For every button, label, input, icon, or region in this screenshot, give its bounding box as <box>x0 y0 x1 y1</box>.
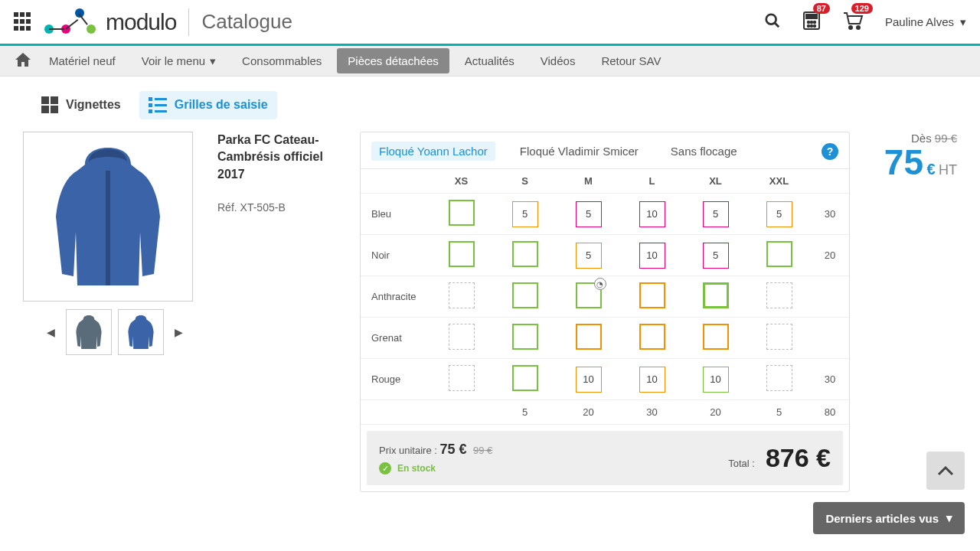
apps-grid-icon[interactable] <box>14 12 34 32</box>
qty-cell[interactable] <box>449 282 475 308</box>
size-header: M <box>557 169 620 194</box>
size-header: L <box>620 169 684 194</box>
qty-cell[interactable] <box>449 200 475 226</box>
svg-point-7 <box>808 24 809 26</box>
qty-cell[interactable] <box>512 282 538 308</box>
recent-items-toggle[interactable]: Derniers articles vus ▾ <box>813 502 965 534</box>
qty-cell[interactable]: 5 <box>703 201 729 227</box>
stock-label: En stock <box>397 463 436 474</box>
product-title: Parka FC Cateau-Cambrésis officiel 2017 <box>217 132 345 183</box>
product-ref: Réf. XT-505-B <box>217 201 345 214</box>
qty-cell[interactable]: 10 <box>576 367 602 393</box>
svg-point-8 <box>811 24 812 26</box>
price-block: Dès 99 € 75 € HT <box>850 132 957 492</box>
qty-cell[interactable] <box>512 241 538 267</box>
svg-point-6 <box>814 21 815 22</box>
qty-cell[interactable] <box>449 241 475 267</box>
svg-rect-3 <box>806 15 817 18</box>
row-label: Grenat <box>361 318 430 359</box>
col-total: 5 <box>747 400 811 425</box>
product-image-main[interactable] <box>23 132 193 302</box>
table-row: Grenat <box>361 318 849 359</box>
nav-voir le menu[interactable]: Voir le menu▾ <box>131 48 227 74</box>
tab-2[interactable]: Sans flocage <box>663 142 745 161</box>
calculator-badge: 87 <box>813 3 830 14</box>
cart-icon[interactable]: 129 <box>842 11 864 34</box>
nav-actualités[interactable]: Actualités <box>454 48 525 73</box>
qty-cell[interactable]: 5 <box>512 201 538 227</box>
qty-cell[interactable] <box>639 324 665 350</box>
thumbnail-2[interactable] <box>118 309 164 355</box>
view-grid-label: Grilles de saisie <box>175 98 268 112</box>
brand-logo[interactable]: modulo <box>44 8 176 36</box>
calculator-icon[interactable]: 87 <box>802 11 821 34</box>
price-currency: € <box>926 161 935 178</box>
recent-items-label: Derniers articles vus <box>825 512 939 525</box>
qty-cell[interactable] <box>449 324 475 350</box>
qty-cell[interactable] <box>766 282 792 308</box>
qty-cell[interactable] <box>576 324 602 350</box>
qty-cell[interactable] <box>703 282 729 308</box>
table-row: Noir510520 <box>361 235 849 276</box>
cart-badge: 129 <box>851 3 873 14</box>
row-total <box>811 276 849 318</box>
col-total: 5 <box>493 400 557 425</box>
qty-cell[interactable]: 5 <box>766 201 792 227</box>
nav-retour sav[interactable]: Retour SAV <box>590 48 671 73</box>
nav-pièces détachées[interactable]: Pièces détachées <box>337 48 449 73</box>
view-grid[interactable]: Grilles de saisie <box>139 91 277 119</box>
svg-point-0 <box>766 14 776 24</box>
tab-0[interactable]: Floqué Yoann Lachor <box>371 142 495 161</box>
row-total: 30 <box>811 359 849 400</box>
svg-point-5 <box>811 21 812 22</box>
svg-point-10 <box>849 26 852 29</box>
qty-cell[interactable] <box>449 365 475 391</box>
table-row: Bleu55105530 <box>361 194 849 235</box>
search-icon[interactable] <box>764 12 781 32</box>
col-total: 20 <box>684 400 747 425</box>
qty-cell[interactable] <box>639 282 665 308</box>
tab-1[interactable]: Floqué Vladimir Smicer <box>512 142 646 161</box>
nav-consommables[interactable]: Consommables <box>231 48 332 73</box>
svg-point-4 <box>808 21 809 22</box>
qty-cell[interactable] <box>512 365 538 391</box>
thumb-prev[interactable]: ◀ <box>42 321 60 343</box>
grid-total-label: Total : <box>728 458 755 469</box>
user-menu[interactable]: Pauline Alves ▾ <box>885 15 966 29</box>
qty-cell[interactable]: 5 <box>576 243 602 269</box>
nav-vidéos[interactable]: Vidéos <box>530 48 586 73</box>
nav-matériel neuf[interactable]: Matériel neuf <box>38 48 126 73</box>
row-label: Bleu <box>361 194 430 235</box>
qty-cell[interactable] <box>703 324 729 350</box>
qty-cell[interactable]: ◔ <box>576 282 602 308</box>
qty-cell[interactable]: 10 <box>703 367 729 393</box>
svg-point-9 <box>814 24 815 26</box>
thumbnail-1[interactable] <box>66 309 112 355</box>
stock-status: ✓ En stock <box>379 462 492 474</box>
price-value: 75 <box>884 142 923 182</box>
size-header: XL <box>684 169 747 194</box>
row-label: Noir <box>361 235 430 276</box>
qty-cell[interactable]: 5 <box>576 201 602 227</box>
qty-cell[interactable] <box>766 241 792 267</box>
sizing-table: XSSMLXLXXL Bleu55105530Noir510520Anthrac… <box>361 169 849 425</box>
qty-cell[interactable] <box>766 324 792 350</box>
row-total <box>811 318 849 359</box>
home-icon[interactable] <box>15 53 31 70</box>
list-icon <box>149 97 167 113</box>
qty-cell[interactable]: 10 <box>639 243 665 269</box>
row-label: Rouge <box>361 359 430 400</box>
view-thumbnails[interactable]: Vignettes <box>32 90 130 119</box>
qty-cell[interactable] <box>512 324 538 350</box>
product-images: ◀ ▶ <box>23 132 207 492</box>
table-row: Anthracite◔ <box>361 276 849 318</box>
check-icon: ✓ <box>379 462 391 474</box>
qty-cell[interactable] <box>766 365 792 391</box>
qty-cell[interactable]: 5 <box>703 243 729 269</box>
qty-cell[interactable]: 10 <box>639 201 665 227</box>
thumb-next[interactable]: ▶ <box>170 321 188 343</box>
size-header: XS <box>430 169 493 194</box>
qty-cell[interactable]: 10 <box>639 367 665 393</box>
help-icon[interactable]: ? <box>822 143 838 160</box>
scroll-to-top[interactable] <box>926 452 965 490</box>
